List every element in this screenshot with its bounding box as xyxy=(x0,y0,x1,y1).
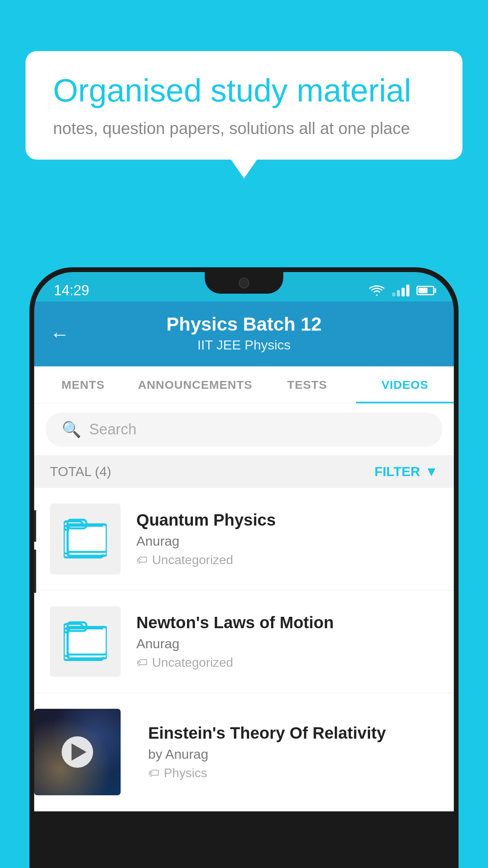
header-subtitle: IIT JEE Physics xyxy=(54,337,434,353)
app-header: ← Physics Batch 12 IIT JEE Physics xyxy=(34,302,454,366)
folder-icon xyxy=(64,517,107,561)
video-title-1: Quantum Physics xyxy=(136,511,438,530)
iit-jee-label: IIT JEE xyxy=(197,337,241,352)
video-tag-1: 🏷 Uncategorized xyxy=(136,553,438,567)
filter-funnel-icon: ▼ xyxy=(425,464,438,479)
tag-icon: 🏷 xyxy=(148,767,159,780)
battery-icon xyxy=(416,286,434,295)
video-thumbnail-2 xyxy=(50,606,121,677)
search-placeholder: Search xyxy=(89,421,136,438)
filter-bar: TOTAL (4) FILTER ▼ xyxy=(34,455,454,488)
tag-icon: 🏷 xyxy=(136,656,147,669)
status-time: 14:29 xyxy=(54,282,89,299)
phone-notch xyxy=(205,272,283,294)
physics-label: Physics xyxy=(245,337,291,352)
camera xyxy=(238,278,250,289)
tab-bar: MENTS ANNOUNCEMENTS TESTS VIDEOS xyxy=(34,366,454,404)
filter-button[interactable]: FILTER ▼ xyxy=(374,464,438,479)
list-item[interactable]: Quantum Physics Anurag 🏷 Uncategorized xyxy=(34,488,454,590)
status-icons xyxy=(369,285,434,296)
phone-frame: 14:29 xyxy=(29,267,459,868)
search-input[interactable]: 🔍 Search xyxy=(46,412,442,447)
video-title-3: Einstein's Theory Of Relativity xyxy=(148,724,438,743)
play-triangle-icon xyxy=(72,743,86,761)
speech-bubble: Organised study material notes, question… xyxy=(26,51,462,160)
filter-label: FILTER xyxy=(374,464,420,479)
video-author-3: by Anurag xyxy=(148,747,438,762)
side-buttons xyxy=(34,510,36,593)
video-info-1: Quantum Physics Anurag 🏷 Uncategorized xyxy=(136,511,438,567)
bubble-subtitle: notes, question papers, solutions all at… xyxy=(53,119,435,138)
video-author-2: Anurag xyxy=(136,636,438,651)
video-title-2: Newton's Laws of Motion xyxy=(136,613,438,632)
back-button[interactable]: ← xyxy=(50,323,70,346)
search-icon: 🔍 xyxy=(62,420,81,439)
tab-videos[interactable]: VIDEOS xyxy=(356,366,454,403)
speech-bubble-container: Organised study material notes, question… xyxy=(26,51,462,160)
signal-icon xyxy=(392,285,409,296)
video-list: Quantum Physics Anurag 🏷 Uncategorized xyxy=(34,488,454,811)
list-item[interactable]: Einstein's Theory Of Relativity by Anura… xyxy=(34,693,454,811)
video-author-1: Anurag xyxy=(136,533,438,549)
search-container: 🔍 Search xyxy=(34,404,454,455)
phone-inner: 14:29 xyxy=(34,272,454,868)
volume-up-button[interactable] xyxy=(34,510,36,542)
header-title: Physics Batch 12 xyxy=(54,313,434,335)
tab-ments[interactable]: MENTS xyxy=(34,366,132,403)
folder-icon xyxy=(64,620,107,663)
volume-down-button[interactable] xyxy=(34,550,36,593)
einstein-thumbnail xyxy=(34,709,121,795)
list-item[interactable]: Newton's Laws of Motion Anurag 🏷 Uncateg… xyxy=(34,590,454,693)
video-info-2: Newton's Laws of Motion Anurag 🏷 Uncateg… xyxy=(136,613,438,670)
svg-rect-5 xyxy=(69,527,105,554)
bubble-title: Organised study material xyxy=(53,73,435,108)
play-button[interactable] xyxy=(62,736,93,768)
tab-announcements[interactable]: ANNOUNCEMENTS xyxy=(132,366,258,403)
wifi-icon xyxy=(369,285,385,296)
video-info-3: Einstein's Theory Of Relativity by Anura… xyxy=(136,724,438,780)
video-tag-2: 🏷 Uncategorized xyxy=(136,655,438,670)
total-count: TOTAL (4) xyxy=(50,464,111,479)
video-thumbnail-1 xyxy=(50,504,121,574)
tab-tests[interactable]: TESTS xyxy=(258,366,356,403)
tag-icon: 🏷 xyxy=(136,554,147,566)
video-tag-3: 🏷 Physics xyxy=(148,766,438,780)
svg-rect-13 xyxy=(69,629,105,657)
